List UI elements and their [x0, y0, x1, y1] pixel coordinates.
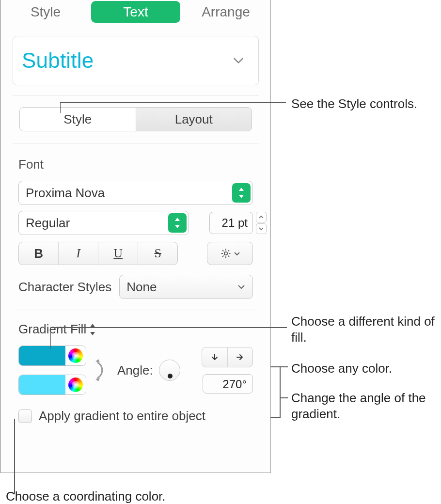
font-size-up[interactable]: [256, 212, 267, 222]
italic-button[interactable]: I: [59, 242, 98, 265]
divider: [13, 95, 259, 95]
callout-any-color: Choose any color.: [291, 361, 392, 377]
svg-line-8: [222, 256, 224, 257]
fill-type-label: Gradient Fill: [18, 322, 86, 337]
svg-line-7: [228, 250, 229, 252]
font-family-value: Proxima Nova: [26, 186, 105, 201]
advanced-options-button[interactable]: [207, 242, 253, 265]
color-wheel-button-2[interactable]: [65, 375, 86, 394]
swap-colors-button[interactable]: [90, 356, 111, 385]
bold-button[interactable]: B: [19, 242, 59, 265]
inspector-panel: Style Text Arrange Subtitle Style Layout…: [0, 0, 271, 473]
tab-arrange[interactable]: Arrange: [181, 0, 270, 24]
gradient-color-1[interactable]: [18, 346, 86, 366]
paragraph-style-value: Subtitle: [22, 48, 94, 73]
svg-line-6: [228, 256, 229, 257]
underline-button[interactable]: U: [98, 242, 138, 265]
top-tabs: Style Text Arrange: [1, 0, 270, 24]
angle-down-button[interactable]: [202, 347, 228, 367]
gradient-color-2[interactable]: [18, 375, 86, 395]
color-swatch-2[interactable]: [19, 375, 65, 394]
chevron-down-icon: [234, 250, 240, 257]
gear-icon: [220, 248, 232, 259]
chevron-down-icon: [237, 283, 246, 291]
font-size-stepper: 21 pt: [209, 212, 267, 234]
svg-line-5: [222, 250, 224, 252]
divider: [13, 143, 259, 143]
strikethrough-button[interactable]: S: [138, 242, 177, 265]
arrow-down-icon: [210, 353, 219, 362]
callout-angle: Change the angle of the gradient.: [291, 390, 437, 423]
font-weight-select[interactable]: Regular: [18, 211, 189, 235]
font-family-select[interactable]: Proxima Nova: [18, 181, 253, 205]
character-styles-label: Character Styles: [18, 280, 111, 295]
divider: [13, 310, 259, 310]
font-weight-value: Regular: [26, 216, 70, 231]
apply-gradient-label: Apply gradient to entire object: [39, 409, 205, 424]
angle-field[interactable]: 270°: [203, 374, 253, 394]
subtab-style[interactable]: Style: [20, 108, 136, 131]
color-swatch-1[interactable]: [19, 346, 65, 365]
callout-fill-kind: Choose a different kind of fill.: [291, 314, 441, 346]
callout-style-controls: See the Style controls.: [291, 96, 417, 112]
color-wheel-icon: [68, 378, 83, 392]
color-wheel-button-1[interactable]: [65, 346, 86, 365]
angle-presets: [202, 347, 253, 367]
apply-gradient-checkbox[interactable]: [18, 410, 32, 423]
angle-label: Angle:: [117, 363, 153, 378]
fill-type-select[interactable]: Gradient Fill: [18, 322, 253, 337]
angle-dial[interactable]: [159, 360, 180, 381]
font-section-label: Font: [18, 157, 270, 172]
font-size-down[interactable]: [256, 223, 267, 234]
text-style-group: B I U S: [18, 242, 178, 265]
callout-coord-color: Choose a coordinating color.: [6, 488, 166, 504]
paragraph-style-dropdown[interactable]: Subtitle: [13, 36, 259, 85]
svg-point-0: [224, 252, 227, 255]
character-styles-value: None: [126, 280, 157, 295]
arrow-right-icon: [236, 353, 244, 362]
color-wheel-icon: [68, 348, 83, 363]
gradient-controls: Angle: 270°: [18, 346, 253, 395]
chevron-down-icon: [232, 54, 245, 67]
subtab-layout[interactable]: Layout: [136, 108, 252, 131]
updown-icon: [89, 324, 97, 335]
select-stepper-icon: [232, 183, 251, 203]
tab-style[interactable]: Style: [1, 0, 90, 24]
select-stepper-icon: [168, 213, 187, 233]
character-styles-select[interactable]: None: [119, 275, 253, 299]
angle-right-button[interactable]: [228, 347, 253, 367]
font-size-field[interactable]: 21 pt: [209, 212, 253, 234]
text-subtabs: Style Layout: [19, 107, 252, 131]
tab-text[interactable]: Text: [91, 1, 180, 23]
